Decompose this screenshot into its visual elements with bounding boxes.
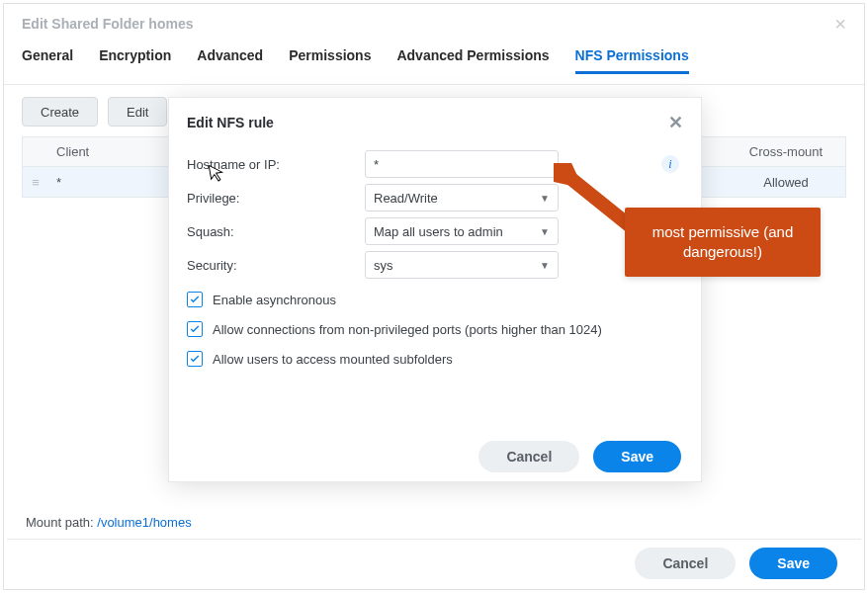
checkbox-row-async[interactable]: Enable asynchronous (187, 292, 683, 307)
modal-save-button[interactable]: Save (593, 441, 681, 472)
form-row-hostip: Hostname or IP: i (187, 147, 683, 181)
mount-path-label: Mount path: (26, 515, 97, 530)
mount-path-value: /volume1/homes (97, 515, 191, 530)
checkbox-row-ports[interactable]: Allow connections from non-privileged po… (187, 321, 683, 337)
table-cell-crossmount: Allowed (727, 169, 845, 196)
table-header-crossmount: Cross-mount (727, 138, 845, 165)
close-icon[interactable]: × (834, 14, 846, 34)
modal-title: Edit NFS rule (187, 115, 274, 130)
tab-general[interactable]: General (22, 43, 73, 74)
edit-nfs-rule-modal: Edit NFS rule ✕ Hostname or IP: i Privil… (168, 97, 702, 482)
hostip-label: Hostname or IP: (187, 157, 365, 172)
chevron-down-icon: ▼ (540, 226, 550, 237)
table-header-handle (23, 146, 48, 158)
annotation-callout: most permissive (and dangerous!) (625, 208, 821, 277)
form-row-privilege: Privilege: Read/Write ▼ (187, 181, 683, 214)
modal-footer: Cancel Save (169, 432, 701, 481)
security-value: sys (374, 258, 393, 273)
checkbox-label-ports: Allow connections from non-privileged po… (213, 322, 602, 337)
tab-nfs-permissions[interactable]: NFS Permissions (575, 43, 689, 74)
drag-handle-icon[interactable]: ≡ (23, 169, 48, 196)
privilege-label: Privilege: (187, 191, 365, 206)
mount-path-line: Mount path: /volume1/homes (26, 515, 192, 530)
checkbox-label-subfolders: Allow users to access mounted subfolders (213, 352, 453, 367)
form-row-squash: Squash: Map all users to admin ▼ (187, 214, 683, 248)
checkbox-checked-icon (187, 351, 203, 367)
tab-permissions[interactable]: Permissions (289, 43, 371, 74)
checkbox-row-subfolders[interactable]: Allow users to access mounted subfolders (187, 351, 683, 367)
tab-advanced-permissions[interactable]: Advanced Permissions (396, 43, 549, 74)
dialog-titlebar: Edit Shared Folder homes × (4, 4, 864, 43)
form-row-security: Security: sys ▼ (187, 248, 683, 282)
dialog-title: Edit Shared Folder homes (22, 16, 193, 32)
privilege-select[interactable]: Read/Write ▼ (365, 184, 559, 212)
create-button[interactable]: Create (22, 97, 98, 127)
tab-advanced[interactable]: Advanced (197, 43, 263, 74)
squash-value: Map all users to admin (374, 224, 503, 239)
chevron-down-icon: ▼ (540, 260, 550, 271)
edit-button[interactable]: Edit (108, 97, 167, 127)
modal-titlebar: Edit NFS rule ✕ (169, 98, 701, 143)
cancel-button[interactable]: Cancel (635, 548, 736, 579)
checkbox-group: Enable asynchronous Allow connections fr… (187, 282, 683, 367)
privilege-value: Read/Write (374, 191, 438, 206)
save-button[interactable]: Save (749, 548, 837, 579)
checkbox-label-async: Enable asynchronous (213, 293, 336, 307)
checkbox-checked-icon (187, 292, 203, 307)
modal-cancel-button[interactable]: Cancel (478, 441, 579, 472)
modal-close-icon[interactable]: ✕ (668, 112, 683, 133)
annotation-text: most permissive (and dangerous!) (639, 222, 807, 263)
info-icon[interactable]: i (661, 155, 679, 173)
squash-label: Squash: (187, 224, 365, 239)
squash-select[interactable]: Map all users to admin ▼ (365, 217, 559, 245)
tabs: General Encryption Advanced Permissions … (4, 43, 864, 85)
tab-encryption[interactable]: Encryption (99, 43, 171, 74)
chevron-down-icon: ▼ (540, 193, 550, 204)
security-label: Security: (187, 258, 365, 273)
modal-body: Hostname or IP: i Privilege: Read/Write … (169, 143, 701, 367)
security-select[interactable]: sys ▼ (365, 251, 559, 279)
checkbox-checked-icon (187, 321, 203, 337)
dialog-footer: Cancel Save (7, 539, 861, 586)
hostip-input[interactable] (365, 150, 559, 178)
